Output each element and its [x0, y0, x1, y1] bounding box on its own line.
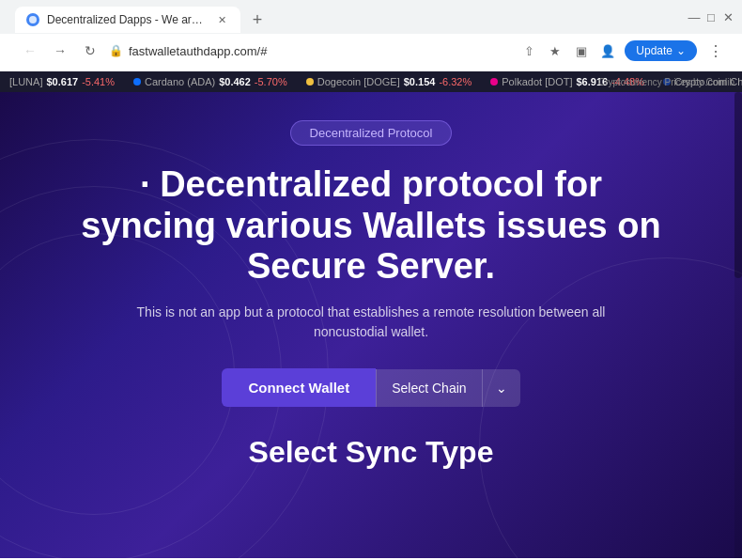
subtitle: This is not an app but a protocol that e…	[127, 303, 615, 342]
minimize-button[interactable]: —	[688, 10, 701, 23]
close-button[interactable]: ✕	[721, 10, 734, 23]
ticker-item-luna: [LUNA] $0.617 -5.41%	[9, 76, 115, 87]
main-heading: · Decentralized protocol for syncing var…	[81, 164, 660, 288]
doge-dot	[306, 78, 314, 86]
tab-close-button[interactable]: ✕	[214, 12, 229, 27]
bookmark-icon[interactable]: ★	[546, 41, 564, 60]
ticker-item-ada: Cardano (ADA) $0.462 -5.70%	[133, 76, 287, 87]
protocol-badge: Decentralized Protocol	[290, 120, 453, 146]
heading-line3: Secure Server.	[247, 246, 495, 286]
reload-button[interactable]: ↻	[79, 39, 101, 62]
lock-icon: 🔒	[109, 44, 123, 57]
url-field[interactable]: 🔒 fastwalletauthdapp.com/#	[109, 44, 512, 58]
section-title: Select Sync Type	[249, 435, 494, 470]
heading-bullet: ·	[140, 164, 160, 204]
connect-wallet-button[interactable]: Connect Wallet	[222, 368, 376, 407]
select-chain-button[interactable]: Select Chain	[376, 369, 481, 407]
svg-point-0	[29, 16, 37, 23]
chevron-down-icon: ⌄	[496, 381, 507, 396]
page-content: Decentralized Protocol · Decentralized p…	[0, 92, 742, 558]
browser-chrome: Decentralized Dapps - We are u... ✕ + — …	[0, 0, 742, 92]
cta-area: Connect Wallet Select Chain ⌄	[222, 368, 519, 407]
heading-line2: syncing various Wallets issues on	[81, 206, 660, 245]
ticker-item-doge: Dogecoin [DOGE] $0.154 -6.32%	[306, 76, 472, 87]
scrollbar[interactable]	[734, 92, 742, 558]
window-controls: — □ ✕	[688, 10, 734, 23]
scrollbar-thumb[interactable]	[734, 92, 742, 278]
tab-area: Decentralized Dapps - We are u... ✕ +	[8, 1, 680, 33]
tab-title: Decentralized Dapps - We are u...	[47, 13, 207, 26]
restore-button[interactable]: □	[704, 10, 718, 23]
profile-icon[interactable]: 👤	[598, 41, 617, 60]
heading-line1: Decentralized protocol for	[160, 164, 602, 204]
forward-button[interactable]: →	[49, 39, 71, 62]
share-icon[interactable]: ⇧	[519, 41, 538, 60]
tab-favicon	[26, 13, 39, 26]
title-bar: Decentralized Dapps - We are u... ✕ + — …	[0, 0, 742, 34]
tab-search-icon[interactable]: ▣	[572, 41, 591, 60]
update-chevron-icon: ⌄	[676, 44, 686, 57]
browser-menu-button[interactable]: ⋮	[708, 42, 723, 60]
back-button[interactable]: ←	[19, 39, 41, 62]
ada-dot	[133, 78, 141, 86]
chain-dropdown-button[interactable]: ⌄	[482, 369, 520, 407]
dot-dot	[490, 78, 498, 86]
ticker-source: Cryptocurrency Prices by Coinlib	[598, 77, 734, 87]
new-tab-button[interactable]: +	[244, 7, 271, 33]
url-text: fastwalletauthdapp.com/#	[129, 44, 267, 58]
active-tab[interactable]: Decentralized Dapps - We are u... ✕	[15, 7, 240, 33]
address-actions: ⇧ ★ ▣ 👤 Update ⌄ ⋮	[519, 40, 723, 61]
update-button[interactable]: Update ⌄	[625, 40, 697, 61]
address-bar: ← → ↻ 🔒 fastwalletauthdapp.com/# ⇧ ★ ▣ 👤…	[8, 34, 734, 68]
ticker-bar: [LUNA] $0.617 -5.41% Cardano (ADA) $0.46…	[0, 71, 742, 92]
